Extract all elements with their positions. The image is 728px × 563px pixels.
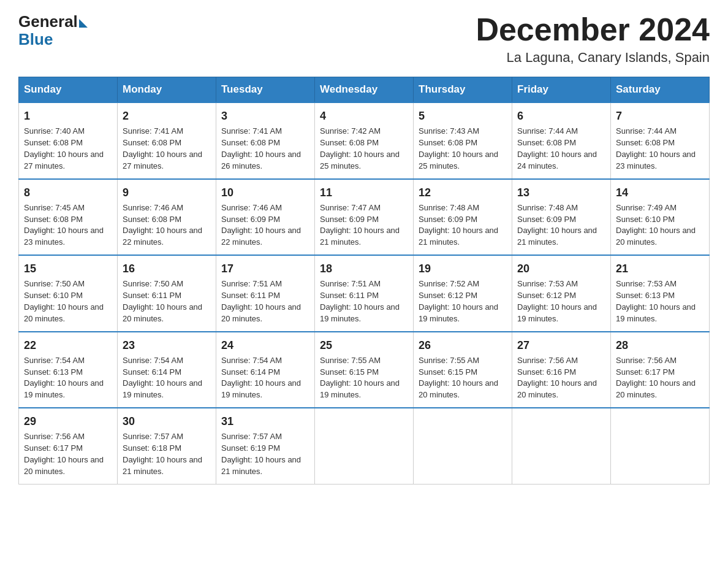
weekday-header-thursday: Thursday [414, 77, 512, 103]
day-sunset: Sunset: 6:12 PM [517, 291, 576, 300]
day-daylight: Daylight: 10 hours and 19 minutes. [24, 378, 104, 399]
day-sunset: Sunset: 6:19 PM [221, 443, 280, 453]
calendar-cell: 8Sunrise: 7:45 AMSunset: 6:08 PMDaylight… [19, 179, 118, 255]
day-sunrise: Sunrise: 7:54 AM [24, 356, 85, 365]
day-number: 17 [221, 261, 309, 277]
day-sunrise: Sunrise: 7:44 AM [517, 126, 578, 136]
day-daylight: Daylight: 10 hours and 22 minutes. [221, 226, 301, 247]
day-sunset: Sunset: 6:17 PM [616, 367, 675, 377]
day-sunrise: Sunrise: 7:56 AM [517, 356, 578, 365]
day-sunset: Sunset: 6:13 PM [24, 367, 83, 377]
day-sunrise: Sunrise: 7:46 AM [221, 203, 282, 212]
day-daylight: Daylight: 10 hours and 26 minutes. [221, 150, 301, 170]
day-sunrise: Sunrise: 7:49 AM [616, 203, 677, 212]
calendar-cell [414, 408, 512, 484]
day-number: 25 [320, 337, 408, 353]
calendar-cell: 30Sunrise: 7:57 AMSunset: 6:18 PMDayligh… [118, 408, 216, 484]
weekday-header-row: SundayMondayTuesdayWednesdayThursdayFrid… [19, 77, 710, 103]
day-sunset: Sunset: 6:15 PM [320, 367, 379, 377]
day-daylight: Daylight: 10 hours and 21 minutes. [320, 226, 400, 247]
day-number: 4 [320, 108, 408, 124]
calendar-cell: 18Sunrise: 7:51 AMSunset: 6:11 PMDayligh… [315, 255, 414, 331]
day-sunset: Sunset: 6:10 PM [24, 291, 83, 300]
day-number: 18 [320, 261, 408, 277]
day-number: 20 [517, 261, 605, 277]
day-sunset: Sunset: 6:08 PM [320, 138, 379, 147]
week-row-3: 15Sunrise: 7:50 AMSunset: 6:10 PMDayligh… [19, 255, 710, 331]
day-daylight: Daylight: 10 hours and 22 minutes. [123, 226, 202, 247]
calendar-cell: 17Sunrise: 7:51 AMSunset: 6:11 PMDayligh… [216, 255, 315, 331]
day-sunrise: Sunrise: 7:40 AM [24, 126, 85, 136]
calendar-cell: 2Sunrise: 7:41 AMSunset: 6:08 PMDaylight… [118, 102, 216, 178]
day-sunrise: Sunrise: 7:48 AM [419, 203, 479, 212]
day-sunrise: Sunrise: 7:51 AM [221, 279, 282, 288]
day-number: 15 [24, 261, 112, 277]
title-area: December 2024 La Laguna, Canary Islands,… [476, 12, 710, 66]
calendar-cell: 6Sunrise: 7:44 AMSunset: 6:08 PMDaylight… [512, 102, 611, 178]
day-sunrise: Sunrise: 7:53 AM [616, 279, 677, 288]
day-sunrise: Sunrise: 7:55 AM [320, 356, 381, 365]
day-sunset: Sunset: 6:08 PM [123, 215, 181, 224]
day-daylight: Daylight: 10 hours and 19 minutes. [221, 378, 301, 399]
day-sunrise: Sunrise: 7:44 AM [616, 126, 677, 136]
calendar-cell: 28Sunrise: 7:56 AMSunset: 6:17 PMDayligh… [611, 332, 710, 408]
day-sunset: Sunset: 6:08 PM [616, 138, 675, 147]
day-sunset: Sunset: 6:09 PM [419, 215, 477, 224]
weekday-header-tuesday: Tuesday [216, 77, 315, 103]
day-daylight: Daylight: 10 hours and 20 minutes. [221, 302, 301, 323]
day-sunrise: Sunrise: 7:48 AM [517, 203, 578, 212]
day-daylight: Daylight: 10 hours and 20 minutes. [616, 378, 696, 399]
day-number: 6 [517, 108, 605, 124]
day-daylight: Daylight: 10 hours and 20 minutes. [123, 302, 202, 323]
day-number: 23 [123, 337, 211, 353]
day-daylight: Daylight: 10 hours and 19 minutes. [616, 302, 696, 323]
day-number: 19 [419, 261, 507, 277]
calendar-cell: 21Sunrise: 7:53 AMSunset: 6:13 PMDayligh… [611, 255, 710, 331]
day-daylight: Daylight: 10 hours and 19 minutes. [419, 302, 498, 323]
day-sunset: Sunset: 6:11 PM [320, 291, 379, 300]
day-sunrise: Sunrise: 7:41 AM [221, 126, 282, 136]
day-sunset: Sunset: 6:08 PM [24, 215, 83, 224]
day-daylight: Daylight: 10 hours and 27 minutes. [123, 150, 202, 170]
day-number: 11 [320, 185, 408, 201]
day-number: 12 [419, 185, 507, 201]
day-sunset: Sunset: 6:08 PM [517, 138, 576, 147]
day-number: 7 [616, 108, 704, 124]
day-daylight: Daylight: 10 hours and 27 minutes. [24, 150, 104, 170]
day-number: 16 [123, 261, 211, 277]
month-title: December 2024 [476, 12, 710, 47]
day-daylight: Daylight: 10 hours and 23 minutes. [24, 226, 104, 247]
day-number: 31 [221, 413, 309, 429]
day-daylight: Daylight: 10 hours and 21 minutes. [221, 455, 301, 476]
day-daylight: Daylight: 10 hours and 21 minutes. [419, 226, 498, 247]
day-number: 8 [24, 185, 112, 201]
day-number: 29 [24, 413, 112, 429]
day-sunrise: Sunrise: 7:54 AM [123, 356, 183, 365]
week-row-4: 22Sunrise: 7:54 AMSunset: 6:13 PMDayligh… [19, 332, 710, 408]
day-sunset: Sunset: 6:08 PM [123, 138, 181, 147]
day-daylight: Daylight: 10 hours and 20 minutes. [517, 378, 597, 399]
calendar-cell: 5Sunrise: 7:43 AMSunset: 6:08 PMDaylight… [414, 102, 512, 178]
calendar-cell: 13Sunrise: 7:48 AMSunset: 6:09 PMDayligh… [512, 179, 611, 255]
calendar-cell [611, 408, 710, 484]
day-number: 26 [419, 337, 507, 353]
weekday-header-monday: Monday [118, 77, 216, 103]
day-daylight: Daylight: 10 hours and 20 minutes. [24, 455, 104, 476]
week-row-2: 8Sunrise: 7:45 AMSunset: 6:08 PMDaylight… [19, 179, 710, 255]
day-sunset: Sunset: 6:09 PM [517, 215, 576, 224]
day-sunrise: Sunrise: 7:45 AM [24, 203, 85, 212]
day-sunrise: Sunrise: 7:42 AM [320, 126, 381, 136]
day-sunset: Sunset: 6:15 PM [419, 367, 477, 377]
weekday-header-saturday: Saturday [611, 77, 710, 103]
day-daylight: Daylight: 10 hours and 25 minutes. [320, 150, 400, 170]
logo: General Blue [18, 12, 88, 49]
day-daylight: Daylight: 10 hours and 19 minutes. [123, 378, 202, 399]
day-number: 9 [123, 185, 211, 201]
calendar-cell [512, 408, 611, 484]
day-number: 10 [221, 185, 309, 201]
day-sunrise: Sunrise: 7:47 AM [320, 203, 381, 212]
day-sunset: Sunset: 6:12 PM [419, 291, 477, 300]
day-number: 5 [419, 108, 507, 124]
calendar-cell: 24Sunrise: 7:54 AMSunset: 6:14 PMDayligh… [216, 332, 315, 408]
day-sunrise: Sunrise: 7:57 AM [221, 432, 282, 441]
